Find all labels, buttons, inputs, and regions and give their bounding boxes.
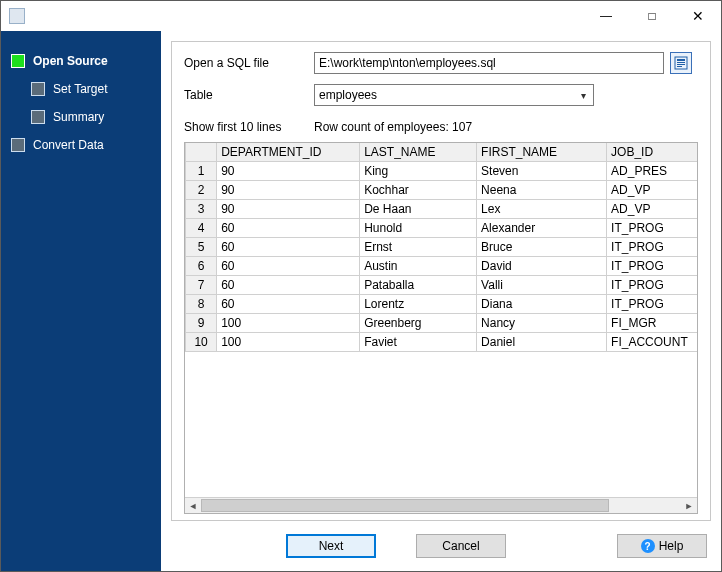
open-file-label: Open a SQL file xyxy=(184,56,314,70)
table-select[interactable]: employees ▾ xyxy=(314,84,594,106)
table-row[interactable]: 560ErnstBruceIT_PROG6000BERNST xyxy=(186,238,699,257)
table-cell: FI_MGR xyxy=(607,314,698,333)
table-cell: Faviet xyxy=(360,333,477,352)
column-header[interactable]: JOB_ID xyxy=(607,143,698,162)
table-row[interactable]: 390De HaanLexAD_VP17000LDEHAAN xyxy=(186,200,699,219)
table-cell: Greenberg xyxy=(360,314,477,333)
table-row[interactable]: 9100GreenbergNancyFI_MGR12000NGREENBE xyxy=(186,314,699,333)
row-number-cell: 5 xyxy=(186,238,217,257)
table-cell: AD_VP xyxy=(607,181,698,200)
row-number-cell: 6 xyxy=(186,257,217,276)
table-row[interactable]: 290KochharNeenaAD_VP17000NKOCHHAR xyxy=(186,181,699,200)
row-count-label: Row count of employees: 107 xyxy=(314,120,472,134)
horizontal-scrollbar[interactable]: ◄ ► xyxy=(185,497,697,513)
table-cell: IT_PROG xyxy=(607,276,698,295)
step-label: Open Source xyxy=(33,54,108,68)
table-cell: 100 xyxy=(217,333,360,352)
table-cell: 90 xyxy=(217,200,360,219)
next-button[interactable]: Next xyxy=(286,534,376,558)
step-marker-icon xyxy=(31,82,45,96)
table-cell: AD_VP xyxy=(607,200,698,219)
help-icon: ? xyxy=(641,539,655,553)
step-label: Summary xyxy=(53,110,104,124)
step-summary[interactable]: Summary xyxy=(1,103,161,131)
row-number-cell: 2 xyxy=(186,181,217,200)
row-number-header[interactable] xyxy=(186,143,217,162)
table-cell: 60 xyxy=(217,238,360,257)
step-set-target[interactable]: Set Target xyxy=(1,75,161,103)
column-header[interactable]: DEPARTMENT_ID xyxy=(217,143,360,162)
table-cell: Hunold xyxy=(360,219,477,238)
table-cell: Austin xyxy=(360,257,477,276)
content-panel: Open a SQL file xyxy=(171,41,711,521)
table-row[interactable]: 860LorentzDianaIT_PROG4200DLORENTZ xyxy=(186,295,699,314)
table-cell: Neena xyxy=(477,181,607,200)
preview-table: DEPARTMENT_ID LAST_NAME FIRST_NAME JOB_I… xyxy=(185,143,698,352)
table-cell: Lorentz xyxy=(360,295,477,314)
step-label: Convert Data xyxy=(33,138,104,152)
row-number-cell: 9 xyxy=(186,314,217,333)
row-number-cell: 10 xyxy=(186,333,217,352)
table-cell: Diana xyxy=(477,295,607,314)
app-icon xyxy=(9,8,25,24)
maximize-button[interactable]: □ xyxy=(629,1,675,31)
table-cell: 100 xyxy=(217,314,360,333)
table-cell: Pataballa xyxy=(360,276,477,295)
step-marker-icon xyxy=(11,138,25,152)
scrollbar-track[interactable] xyxy=(201,498,681,513)
help-button[interactable]: ? Help xyxy=(617,534,707,558)
table-cell: Kochhar xyxy=(360,181,477,200)
table-cell: IT_PROG xyxy=(607,257,698,276)
cancel-button[interactable]: Cancel xyxy=(416,534,506,558)
sql-file-input[interactable] xyxy=(314,52,664,74)
table-row[interactable]: 10100FavietDanielFI_ACCOUNT9000DFAVIET xyxy=(186,333,699,352)
svg-rect-2 xyxy=(677,62,685,63)
table-cell: Nancy xyxy=(477,314,607,333)
table-cell: King xyxy=(360,162,477,181)
table-cell: AD_PRES xyxy=(607,162,698,181)
table-cell: 60 xyxy=(217,295,360,314)
button-bar: Next Cancel ? Help xyxy=(161,521,721,571)
table-cell: Daniel xyxy=(477,333,607,352)
table-cell: Bruce xyxy=(477,238,607,257)
step-convert-data[interactable]: Convert Data xyxy=(1,131,161,159)
browse-icon xyxy=(674,56,688,70)
table-row[interactable]: 190KingStevenAD_PRES24000SKING xyxy=(186,162,699,181)
step-marker-icon xyxy=(31,110,45,124)
svg-rect-4 xyxy=(677,66,682,67)
column-header[interactable]: LAST_NAME xyxy=(360,143,477,162)
browse-button[interactable] xyxy=(670,52,692,74)
table-cell: IT_PROG xyxy=(607,219,698,238)
table-cell: 90 xyxy=(217,162,360,181)
step-label: Set Target xyxy=(53,82,107,96)
app-window: — □ ✕ Open Source Set Target Summary Con… xyxy=(0,0,722,572)
titlebar: — □ ✕ xyxy=(1,1,721,31)
row-number-cell: 4 xyxy=(186,219,217,238)
step-open-source[interactable]: Open Source xyxy=(1,47,161,75)
chevron-down-icon: ▾ xyxy=(575,87,591,103)
table-cell: Valli xyxy=(477,276,607,295)
row-number-cell: 7 xyxy=(186,276,217,295)
table-cell: 90 xyxy=(217,181,360,200)
table-select-value: employees xyxy=(319,88,377,102)
table-row[interactable]: 660AustinDavidIT_PROG4800DAUSTIN xyxy=(186,257,699,276)
close-button[interactable]: ✕ xyxy=(675,1,721,31)
table-row[interactable]: 760PataballaValliIT_PROG4800VPATABAL xyxy=(186,276,699,295)
column-header[interactable]: FIRST_NAME xyxy=(477,143,607,162)
scrollbar-thumb[interactable] xyxy=(201,499,609,512)
table-cell: David xyxy=(477,257,607,276)
row-number-cell: 1 xyxy=(186,162,217,181)
table-cell: Lex xyxy=(477,200,607,219)
table-row[interactable]: 460HunoldAlexanderIT_PROG9000AHUNOLD xyxy=(186,219,699,238)
scroll-right-icon[interactable]: ► xyxy=(681,498,697,513)
table-cell: IT_PROG xyxy=(607,295,698,314)
scroll-left-icon[interactable]: ◄ xyxy=(185,498,201,513)
step-marker-icon xyxy=(11,54,25,68)
table-cell: De Haan xyxy=(360,200,477,219)
svg-rect-1 xyxy=(677,59,685,61)
row-number-cell: 8 xyxy=(186,295,217,314)
table-cell: Ernst xyxy=(360,238,477,257)
minimize-button[interactable]: — xyxy=(583,1,629,31)
svg-rect-3 xyxy=(677,64,685,65)
preview-table-wrap: DEPARTMENT_ID LAST_NAME FIRST_NAME JOB_I… xyxy=(184,142,698,514)
